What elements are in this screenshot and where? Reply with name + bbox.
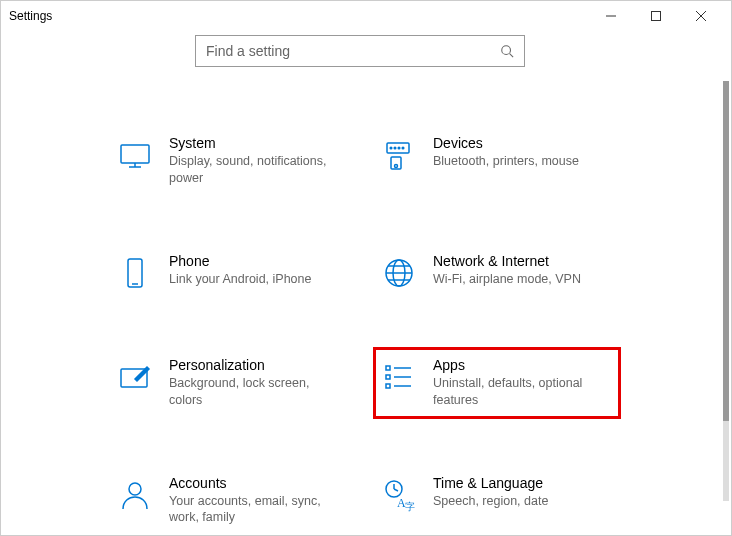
tile-title: Personalization: [169, 357, 339, 373]
svg-line-33: [394, 489, 398, 491]
svg-rect-28: [386, 384, 390, 388]
svg-rect-6: [121, 145, 149, 163]
svg-rect-26: [386, 375, 390, 379]
svg-rect-24: [386, 366, 390, 370]
tile-desc: Wi-Fi, airplane mode, VPN: [433, 271, 581, 288]
svg-point-12: [398, 147, 400, 149]
tile-desc: Background, lock screen, colors: [169, 375, 339, 409]
titlebar: Settings: [1, 1, 731, 31]
tile-desc: Display, sound, notifications, power: [169, 153, 339, 187]
svg-text:字: 字: [405, 501, 415, 512]
search-placeholder: Find a setting: [206, 43, 500, 59]
network-icon: [381, 255, 417, 291]
svg-rect-1: [651, 12, 660, 21]
tile-network[interactable]: Network & Internet Wi-Fi, airplane mode,…: [375, 245, 619, 299]
tile-desc: Link your Android, iPhone: [169, 271, 311, 288]
tile-title: Devices: [433, 135, 579, 151]
tile-system[interactable]: System Display, sound, notifications, po…: [111, 127, 355, 195]
tile-desc: Speech, region, date: [433, 493, 548, 510]
tile-title: Network & Internet: [433, 253, 581, 269]
svg-point-10: [390, 147, 392, 149]
close-button[interactable]: [678, 1, 723, 31]
phone-icon: [117, 255, 153, 291]
tile-desc: Your accounts, email, sync, work, family: [169, 493, 339, 527]
tile-title: Phone: [169, 253, 311, 269]
tile-title: System: [169, 135, 339, 151]
content-area: Find a setting System Display, sound, no…: [1, 31, 719, 535]
tile-title: Apps: [433, 357, 603, 373]
svg-line-5: [510, 54, 514, 58]
svg-point-15: [395, 165, 398, 168]
svg-point-11: [394, 147, 396, 149]
svg-point-13: [402, 147, 404, 149]
tile-title: Accounts: [169, 475, 339, 491]
svg-point-30: [129, 483, 141, 495]
accounts-icon: [117, 477, 153, 513]
tile-desc: Uninstall, defaults, optional features: [433, 375, 603, 409]
time-language-icon: A 字: [381, 477, 417, 513]
settings-grid: System Display, sound, notifications, po…: [1, 127, 719, 534]
maximize-button[interactable]: [633, 1, 678, 31]
devices-icon: [381, 137, 417, 173]
tile-phone[interactable]: Phone Link your Android, iPhone: [111, 245, 355, 299]
apps-icon: [381, 359, 417, 395]
svg-point-4: [502, 46, 511, 55]
tile-desc: Bluetooth, printers, mouse: [433, 153, 579, 170]
svg-rect-16: [128, 259, 142, 287]
search-input[interactable]: Find a setting: [195, 35, 525, 67]
system-icon: [117, 137, 153, 173]
tile-apps[interactable]: Apps Uninstall, defaults, optional featu…: [375, 349, 619, 417]
tile-personalization[interactable]: Personalization Background, lock screen,…: [111, 349, 355, 417]
scrollbar-thumb[interactable]: [723, 81, 729, 421]
tile-title: Time & Language: [433, 475, 548, 491]
search-icon: [500, 44, 514, 58]
window-controls: [588, 1, 723, 31]
tile-accounts[interactable]: Accounts Your accounts, email, sync, wor…: [111, 467, 355, 535]
tile-time-language[interactable]: A 字 Time & Language Speech, region, date: [375, 467, 619, 535]
window-title: Settings: [9, 9, 588, 23]
minimize-button[interactable]: [588, 1, 633, 31]
tile-devices[interactable]: Devices Bluetooth, printers, mouse: [375, 127, 619, 195]
personalization-icon: [117, 359, 153, 395]
